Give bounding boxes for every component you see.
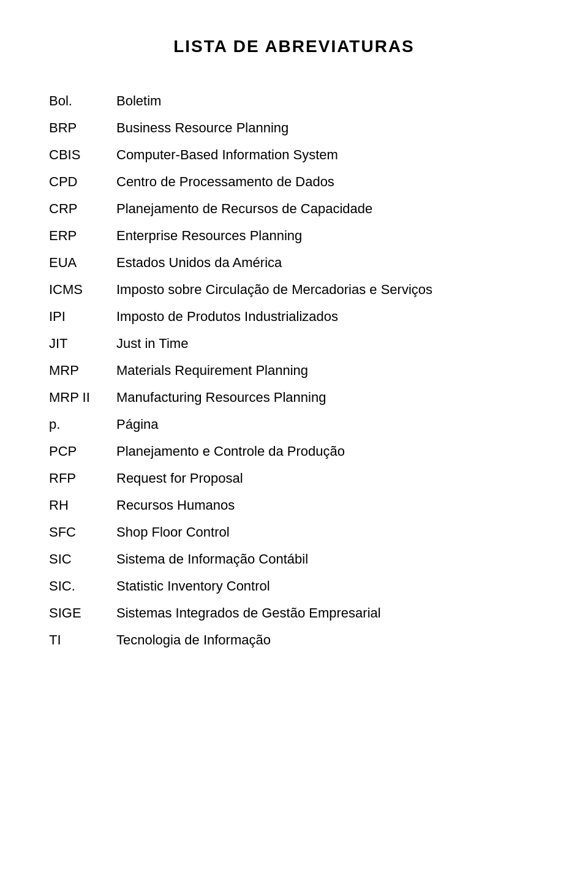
abbreviation-code: MRP bbox=[49, 363, 116, 379]
abbreviation-code: RH bbox=[49, 497, 116, 513]
abbreviation-code: p. bbox=[49, 417, 116, 432]
abbreviation-definition: Request for Proposal bbox=[116, 470, 539, 486]
table-row: MRPMaterials Requirement Planning bbox=[49, 363, 539, 379]
table-row: PCPPlanejamento e Controle da Produção bbox=[49, 443, 539, 459]
abbreviation-definition: Planejamento e Controle da Produção bbox=[116, 443, 539, 459]
abbreviation-definition: Shop Floor Control bbox=[116, 524, 539, 540]
abbreviation-definition: Planejamento de Recursos de Capacidade bbox=[116, 201, 539, 217]
abbreviation-code: MRP II bbox=[49, 390, 116, 406]
abbreviation-definition: Sistemas Integrados de Gestão Empresaria… bbox=[116, 605, 539, 621]
table-row: p.Página bbox=[49, 417, 539, 432]
abbreviation-definition: Imposto sobre Circulação de Mercadorias … bbox=[116, 282, 539, 298]
table-row: CRPPlanejamento de Recursos de Capacidad… bbox=[49, 201, 539, 217]
page-title: LISTA DE ABREVIATURAS bbox=[49, 37, 539, 56]
table-row: TITecnologia de Informação bbox=[49, 632, 539, 648]
abbreviation-code: CBIS bbox=[49, 147, 116, 163]
table-row: SIGESistemas Integrados de Gestão Empres… bbox=[49, 605, 539, 621]
abbreviation-code: SIGE bbox=[49, 605, 116, 621]
abbreviation-code: BRP bbox=[49, 120, 116, 136]
abbreviation-definition: Materials Requirement Planning bbox=[116, 363, 539, 379]
abbreviation-code: CPD bbox=[49, 174, 116, 190]
table-row: Bol.Boletim bbox=[49, 93, 539, 109]
abbreviation-code: SFC bbox=[49, 524, 116, 540]
table-row: ICMSImposto sobre Circulação de Mercador… bbox=[49, 282, 539, 298]
abbreviation-code: RFP bbox=[49, 470, 116, 486]
table-row: IPIImposto de Produtos Industrializados bbox=[49, 309, 539, 325]
table-row: CPDCentro de Processamento de Dados bbox=[49, 174, 539, 190]
abbreviation-definition: Manufacturing Resources Planning bbox=[116, 390, 539, 406]
abbreviation-definition: Página bbox=[116, 417, 539, 432]
table-row: SIC.Statistic Inventory Control bbox=[49, 578, 539, 594]
abbreviation-code: TI bbox=[49, 632, 116, 648]
abbreviation-definition: Computer-Based Information System bbox=[116, 147, 539, 163]
abbreviation-definition: Imposto de Produtos Industrializados bbox=[116, 309, 539, 325]
abbreviation-definition: Estados Unidos da América bbox=[116, 255, 539, 271]
abbreviation-definition: Statistic Inventory Control bbox=[116, 578, 539, 594]
abbreviation-definition: Tecnologia de Informação bbox=[116, 632, 539, 648]
table-row: SFCShop Floor Control bbox=[49, 524, 539, 540]
abbreviation-code: SIC. bbox=[49, 578, 116, 594]
abbreviation-code: ERP bbox=[49, 228, 116, 244]
table-row: BRPBusiness Resource Planning bbox=[49, 120, 539, 136]
abbreviation-code: PCP bbox=[49, 443, 116, 459]
abbreviation-code: ICMS bbox=[49, 282, 116, 298]
abbreviation-definition: Business Resource Planning bbox=[116, 120, 539, 136]
abbreviation-code: IPI bbox=[49, 309, 116, 325]
abbreviation-definition: Enterprise Resources Planning bbox=[116, 228, 539, 244]
abbreviation-code: CRP bbox=[49, 201, 116, 217]
table-row: MRP IIManufacturing Resources Planning bbox=[49, 390, 539, 406]
table-row: RFPRequest for Proposal bbox=[49, 470, 539, 486]
abbreviation-definition: Sistema de Informação Contábil bbox=[116, 551, 539, 567]
abbreviation-code: SIC bbox=[49, 551, 116, 567]
table-row: EUAEstados Unidos da América bbox=[49, 255, 539, 271]
abbreviation-definition: Centro de Processamento de Dados bbox=[116, 174, 539, 190]
abbreviation-list: Bol.BoletimBRPBusiness Resource Planning… bbox=[49, 93, 539, 648]
table-row: RHRecursos Humanos bbox=[49, 497, 539, 513]
abbreviation-code: EUA bbox=[49, 255, 116, 271]
abbreviation-definition: Just in Time bbox=[116, 336, 539, 352]
table-row: JITJust in Time bbox=[49, 336, 539, 352]
abbreviation-code: JIT bbox=[49, 336, 116, 352]
abbreviation-code: Bol. bbox=[49, 93, 116, 109]
table-row: ERPEnterprise Resources Planning bbox=[49, 228, 539, 244]
table-row: CBISComputer-Based Information System bbox=[49, 147, 539, 163]
abbreviation-definition: Recursos Humanos bbox=[116, 497, 539, 513]
abbreviation-definition: Boletim bbox=[116, 93, 539, 109]
table-row: SICSistema de Informação Contábil bbox=[49, 551, 539, 567]
